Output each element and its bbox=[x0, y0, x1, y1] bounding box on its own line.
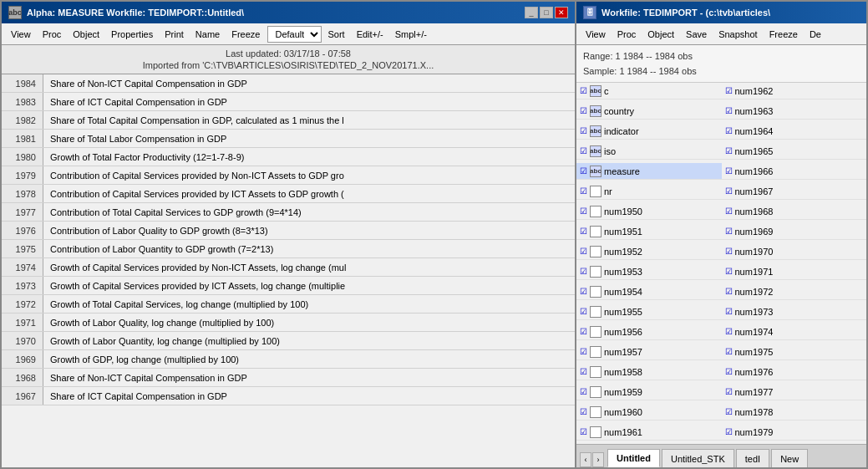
var-num-item[interactable]: ☑num1973 bbox=[722, 303, 867, 320]
row-text: Contribution of Capital Services provide… bbox=[43, 189, 575, 199]
default-dropdown[interactable]: Default bbox=[267, 26, 322, 43]
table-row[interactable]: 1982Share of Total Capital Compensation … bbox=[2, 111, 575, 130]
var-item[interactable]: ☑num1955 bbox=[576, 303, 722, 320]
sample-label: Sample: bbox=[583, 66, 617, 76]
right-menu-snapshot[interactable]: Snapshot bbox=[713, 27, 763, 42]
table-row[interactable]: 1976Contribution of Labor Quality to GDP… bbox=[2, 222, 575, 240]
var-item[interactable]: ☑num1957 bbox=[576, 344, 722, 360]
table-row[interactable]: 1970Growth of Labor Quantity, log change… bbox=[2, 332, 575, 350]
sort-button[interactable]: Sort bbox=[322, 27, 350, 42]
var-num-item[interactable]: ☑num1963 bbox=[722, 103, 867, 120]
tab-prev-button[interactable]: ‹ bbox=[580, 452, 591, 467]
var-num-item[interactable]: ☑num1975 bbox=[722, 344, 867, 360]
table-row[interactable]: 1981Share of Total Labor Compensation in… bbox=[2, 130, 575, 148]
check-icon: ☑ bbox=[580, 387, 587, 396]
table-row[interactable]: 1984Share of Non-ICT Capital Compensatio… bbox=[2, 74, 575, 93]
var-item[interactable]: ☑num1951 bbox=[576, 223, 722, 240]
var-item[interactable]: ☑num1960 bbox=[576, 404, 722, 421]
table-row[interactable]: 1967Share of ICT Capital Compensation in… bbox=[2, 387, 575, 405]
var-name: num1961 bbox=[604, 427, 718, 437]
check-icon: ☑ bbox=[725, 166, 733, 176]
menu-object[interactable]: Object bbox=[67, 27, 105, 42]
var-num-item[interactable]: ☑num1976 bbox=[722, 364, 867, 380]
table-row[interactable]: 1973Growth of Capital Services provided … bbox=[2, 277, 575, 295]
menu-freeze[interactable]: Freeze bbox=[226, 27, 266, 42]
var-num-item[interactable]: ☑num1964 bbox=[722, 123, 867, 140]
header-line1: Last updated: 03/17/18 - 07:58 bbox=[226, 48, 351, 59]
var-item[interactable]: ☑num1959 bbox=[576, 384, 722, 400]
var-item[interactable]: ☑abcindicator bbox=[576, 123, 722, 140]
check-icon: ☑ bbox=[580, 186, 587, 196]
right-menu-freeze[interactable]: Freeze bbox=[764, 27, 804, 42]
var-num-item[interactable]: ☑num1979 bbox=[722, 424, 867, 441]
left-title-bar: abc Alpha: MEASURE Workfile: TEDIMPORT::… bbox=[2, 2, 575, 23]
menu-view[interactable]: View bbox=[5, 27, 37, 42]
var-num-item[interactable]: ☑num1968 bbox=[722, 203, 867, 220]
right-menu-save[interactable]: Save bbox=[680, 27, 713, 42]
table-row[interactable]: 1974Growth of Capital Services provided … bbox=[2, 258, 575, 277]
menu-properties[interactable]: Properties bbox=[105, 27, 159, 42]
table-row[interactable]: 1972Growth of Total Capital Services, lo… bbox=[2, 295, 575, 314]
close-button[interactable]: ✕ bbox=[555, 7, 568, 18]
var-num-item[interactable]: ☑num1967 bbox=[722, 183, 867, 200]
var-item[interactable]: ☑abccountry bbox=[576, 103, 722, 120]
var-num-item[interactable]: ☑num1965 bbox=[722, 143, 867, 160]
var-num-item[interactable]: ☑num1969 bbox=[722, 223, 867, 240]
right-menu-proc[interactable]: Proc bbox=[612, 27, 642, 42]
table-row[interactable]: 1980Growth of Total Factor Productivity … bbox=[2, 148, 575, 166]
row-number: 1973 bbox=[2, 277, 43, 294]
tab-next-button[interactable]: › bbox=[592, 452, 604, 467]
table-row[interactable]: 1978Contribution of Capital Services pro… bbox=[2, 185, 575, 203]
var-num-item[interactable]: ☑num1978 bbox=[722, 404, 867, 421]
var-item[interactable]: ☑num1961 bbox=[576, 424, 722, 441]
var-item[interactable]: ☑num1956 bbox=[576, 324, 722, 340]
var-item[interactable]: ☑num1952 bbox=[576, 243, 722, 260]
var-num-name: num1967 bbox=[735, 186, 864, 196]
smplplus-button[interactable]: Smpl+/- bbox=[389, 27, 433, 42]
table-row[interactable]: 1971Growth of Labor Quality, log change … bbox=[2, 314, 575, 332]
tab-tedi[interactable]: tedI bbox=[736, 449, 769, 467]
var-num-item[interactable]: ☑num1970 bbox=[722, 243, 867, 260]
check-icon: ☑ bbox=[725, 387, 733, 396]
var-num-item[interactable]: ☑num1971 bbox=[722, 263, 867, 280]
tab-new[interactable]: New bbox=[771, 449, 808, 467]
var-num-item[interactable]: ☑num1974 bbox=[722, 324, 867, 340]
var-item[interactable]: ☑num1953 bbox=[576, 263, 722, 280]
table-row[interactable]: 1968Share of Non-ICT Capital Compensatio… bbox=[2, 369, 575, 387]
check-icon: ☑ bbox=[580, 407, 587, 416]
var-item[interactable]: ☑abciso bbox=[576, 143, 722, 160]
minimize-button[interactable]: _ bbox=[525, 7, 538, 18]
info-section: Range: 1 1984 -- 1984 obs Sample: 1 1984… bbox=[576, 45, 866, 83]
right-title-text: Workfile: TEDIMPORT - (c:\tvb\articles\ bbox=[602, 8, 770, 18]
menu-name[interactable]: Name bbox=[190, 27, 226, 42]
check-icon: ☑ bbox=[725, 86, 733, 95]
row-text: Growth of GDP, log change (multiplied by… bbox=[43, 354, 575, 364]
var-item[interactable]: ☑num1958 bbox=[576, 364, 722, 380]
table-row[interactable]: 1975Contribution of Labor Quantity to GD… bbox=[2, 240, 575, 258]
var-num-name: num1966 bbox=[735, 166, 864, 176]
menu-print[interactable]: Print bbox=[159, 27, 190, 42]
table-row[interactable]: 1969Growth of GDP, log change (multiplie… bbox=[2, 350, 575, 369]
var-item[interactable]: ☑nr bbox=[576, 183, 722, 200]
var-item[interactable]: ☑num1954 bbox=[576, 283, 722, 300]
table-row[interactable]: 1977Contribution of Total Capital Servic… bbox=[2, 203, 575, 222]
menu-proc[interactable]: Proc bbox=[37, 27, 68, 42]
right-menu-view[interactable]: View bbox=[580, 27, 612, 42]
tab-untitled-stk[interactable]: Untitled_STK bbox=[662, 449, 734, 467]
var-item[interactable]: ☑abcc bbox=[576, 83, 722, 99]
check-icon: ☑ bbox=[725, 247, 733, 256]
var-item[interactable]: ☑num1950 bbox=[576, 203, 722, 220]
var-num-item[interactable]: ☑num1977 bbox=[722, 384, 867, 400]
var-num-item[interactable]: ☑num1966 bbox=[722, 163, 867, 180]
tab-untitled[interactable]: Untitled bbox=[607, 449, 660, 467]
var-num-item[interactable]: ☑num1962 bbox=[722, 83, 867, 99]
maximize-button[interactable]: □ bbox=[540, 7, 553, 18]
table-row[interactable]: 1983Share of ICT Capital Compensation in… bbox=[2, 93, 575, 111]
right-menu-de[interactable]: De bbox=[804, 27, 827, 42]
var-item[interactable]: ☑abcmeasure bbox=[576, 163, 722, 180]
editplus-button[interactable]: Edit+/- bbox=[351, 27, 389, 42]
var-name: iso bbox=[604, 146, 718, 156]
right-menu-object[interactable]: Object bbox=[642, 27, 680, 42]
table-row[interactable]: 1979Contribution of Capital Services pro… bbox=[2, 166, 575, 185]
var-num-item[interactable]: ☑num1972 bbox=[722, 283, 867, 300]
